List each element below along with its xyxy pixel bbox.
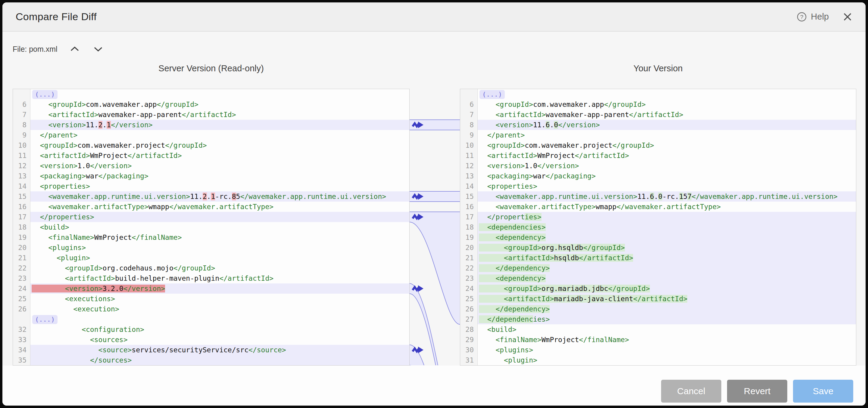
code-line: 19 <finalName>WmProject</finalName>: [13, 232, 409, 242]
code-line: 9 </parent>: [13, 130, 409, 140]
next-diff-button[interactable]: [92, 44, 104, 54]
line-number: 24: [460, 283, 478, 294]
line-number: 32: [13, 325, 30, 335]
code-line[interactable]: 8 <version>11.6.0</version>: [460, 120, 856, 130]
code-line[interactable]: 19 <dependency>: [460, 232, 856, 242]
line-number: 13: [460, 171, 478, 181]
code-text: <execution>: [30, 304, 409, 314]
code-text: <groupId>org.hsqldb</groupId>: [478, 242, 856, 253]
line-number: 16: [460, 202, 478, 212]
line-number: 16: [13, 202, 30, 212]
code-line: 24 <version>3.2.0</version>: [13, 283, 409, 294]
code-line[interactable]: 29 <finalName>WmProject</finalName>: [460, 335, 856, 345]
line-number: 24: [13, 283, 30, 294]
code-text: <artifactId>WmProject</artifactId>: [30, 150, 409, 161]
code-line[interactable]: 14 <properties>: [460, 181, 856, 191]
code-line: 15 <wavemaker.app.runtime.ui.version>11.…: [13, 191, 409, 202]
previous-diff-button[interactable]: [68, 44, 81, 54]
code-text: <plugins>: [30, 242, 409, 253]
screen: { "dialog": { "title": "Compare File Dif…: [0, 0, 868, 408]
code-line: (...): [13, 89, 409, 99]
code-line: 23 <artifactId>build-helper-maven-plugin…: [13, 273, 409, 283]
code-line[interactable]: 15 <wavemaker.app.runtime.ui.version>11.…: [460, 191, 856, 202]
help-button[interactable]: ? Help: [797, 12, 829, 22]
code-text: <wavemaker.app.runtime.ui.version>11.2.1…: [30, 191, 409, 202]
code-text: <artifactId>hsqldb</artifactId>: [478, 253, 856, 263]
line-number: 9: [13, 130, 30, 140]
code-line[interactable]: 13 <packaging>war</packaging>: [460, 171, 856, 181]
line-number: 29: [460, 335, 478, 345]
code-text: </dependencies>: [478, 314, 856, 325]
code-text: <dependency>: [478, 273, 856, 283]
line-number: 10: [13, 140, 30, 150]
code-text: <dependency>: [478, 232, 856, 242]
code-text: <artifactId>mariadb-java-client</artifac…: [478, 294, 856, 304]
line-number: 17: [13, 212, 30, 222]
code-line[interactable]: 7 <artifactId>wavemaker-app-parent</arti…: [460, 109, 856, 120]
code-line[interactable]: 10 <groupId>com.wavemaker.project</group…: [460, 140, 856, 150]
code-line[interactable]: 6 <groupId>com.wavemaker.app</groupId>: [460, 99, 856, 109]
code-line[interactable]: 20 <groupId>org.hsqldb</groupId>: [460, 242, 856, 253]
code-text: <wavemaker.app.runtime.ui.version>11.6.0…: [478, 191, 856, 202]
collapsed-region-pill[interactable]: (...): [479, 90, 505, 99]
line-number: 11: [460, 150, 478, 161]
code-text: <configuration>: [30, 325, 409, 335]
code-line[interactable]: 12 <version>1.0</version>: [460, 161, 856, 171]
code-text: (...): [478, 89, 856, 99]
line-number: 27: [460, 314, 478, 325]
code-text: <build>: [30, 222, 409, 232]
code-line[interactable]: 30 <plugins>: [460, 345, 856, 355]
code-line: 11 <artifactId>WmProject</artifactId>: [13, 150, 409, 161]
svg-text:?: ?: [800, 14, 804, 20]
line-number: 13: [13, 171, 30, 181]
revert-button[interactable]: Revert: [727, 380, 787, 403]
code-text: <artifactId>wavemaker-app-parent</artifa…: [30, 109, 409, 120]
line-number: 15: [13, 191, 30, 202]
line-number: 19: [13, 232, 30, 242]
code-text: <plugins>: [478, 345, 856, 355]
code-text: <finalName>WmProject</finalName>: [30, 232, 409, 242]
line-number: [460, 89, 478, 99]
close-button[interactable]: [843, 12, 852, 22]
line-number: 11: [13, 150, 30, 161]
line-number: 28: [460, 325, 478, 335]
code-line[interactable]: 27 </dependencies>: [460, 314, 856, 325]
code-line[interactable]: 17 </properties>: [460, 212, 856, 222]
code-line[interactable]: 9 </parent>: [460, 130, 856, 140]
code-line[interactable]: 11 <artifactId>WmProject</artifactId>: [460, 150, 856, 161]
your-version-panel[interactable]: (...)6 <groupId>com.wavemaker.app</group…: [460, 89, 856, 366]
collapsed-region-pill[interactable]: (...): [32, 315, 58, 324]
code-text: </parent>: [30, 130, 409, 140]
file-label: File: pom.xml: [13, 45, 58, 54]
line-number: 18: [460, 222, 478, 232]
code-line[interactable]: 23 <dependency>: [460, 273, 856, 283]
code-line: 20 <plugins>: [13, 242, 409, 253]
code-line[interactable]: 22 </dependency>: [460, 263, 856, 273]
code-line: 18 <build>: [13, 222, 409, 232]
code-text: <dependencies>: [478, 222, 856, 232]
code-text: <wavemaker.artifactType>wmapp</wavemaker…: [478, 202, 856, 212]
file-navigator: File: pom.xml: [13, 44, 104, 54]
code-line[interactable]: 25 <artifactId>mariadb-java-client</arti…: [460, 294, 856, 304]
code-line[interactable]: 21 <artifactId>hsqldb</artifactId>: [460, 253, 856, 263]
line-number: 8: [13, 120, 30, 130]
code-line[interactable]: 31 <plugin>: [460, 355, 856, 365]
save-button[interactable]: Save: [793, 380, 853, 403]
line-number: 20: [460, 242, 478, 253]
code-line[interactable]: 18 <dependencies>: [460, 222, 856, 232]
code-text: </dependency>: [478, 263, 856, 273]
cancel-button[interactable]: Cancel: [661, 380, 721, 403]
code-text: <artifactId>wavemaker-app-parent</artifa…: [478, 109, 856, 120]
line-number: 23: [460, 273, 478, 283]
collapsed-region-pill[interactable]: (...): [32, 90, 58, 99]
code-text: <build>: [478, 325, 856, 335]
code-line: 35 </sources>: [13, 355, 409, 365]
code-line[interactable]: 26 </dependency>: [460, 304, 856, 314]
code-text: <properties>: [478, 181, 856, 191]
code-line[interactable]: (...): [460, 89, 856, 99]
code-line: 12 <version>1.0</version>: [13, 161, 409, 171]
code-line[interactable]: 28 <build>: [460, 325, 856, 335]
code-line[interactable]: 24 <groupId>org.mariadb.jdbc</groupId>: [460, 283, 856, 294]
close-icon: [843, 12, 852, 22]
code-line[interactable]: 16 <wavemaker.artifactType>wmapp</wavema…: [460, 202, 856, 212]
